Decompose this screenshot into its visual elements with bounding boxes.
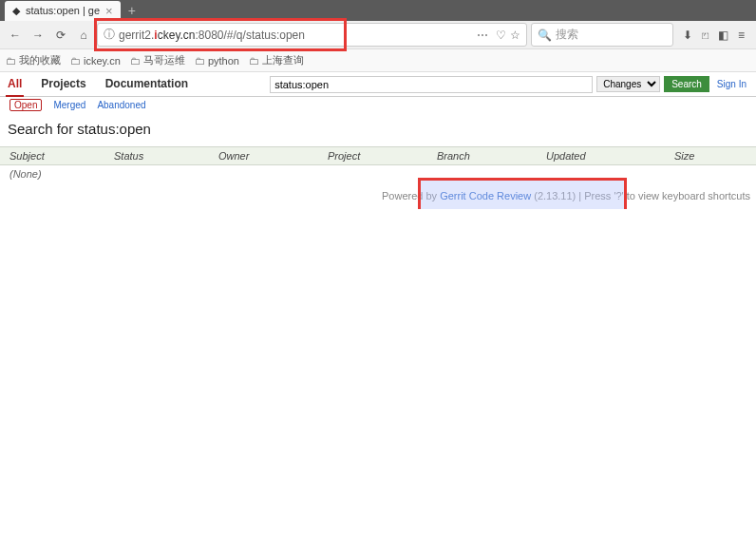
folder-icon: 🗀: [249, 55, 259, 67]
tab-all[interactable]: All: [6, 72, 24, 97]
col-status: Status: [114, 150, 218, 162]
col-size: Size: [674, 150, 756, 162]
gerrit-footer: Powered by Gerrit Code Review (2.13.11) …: [0, 182, 756, 209]
search-title: Search for status:open: [0, 113, 756, 146]
folder-icon: 🗀: [195, 55, 205, 67]
bookmark-item[interactable]: 🗀我的收藏: [6, 53, 61, 67]
sidebar-icon[interactable]: ◧: [718, 29, 728, 42]
browser-search-input[interactable]: 🔍 搜索: [531, 23, 673, 47]
back-button[interactable]: ←: [6, 26, 25, 45]
results-table: Subject Status Owner Project Branch Upda…: [0, 146, 756, 182]
tab-projects[interactable]: Projects: [39, 72, 87, 97]
bookmark-item[interactable]: 🗀ickey.cn: [70, 55, 121, 67]
page-actions-icon[interactable]: ⋯: [473, 29, 492, 42]
subtab-open[interactable]: Open: [9, 99, 42, 111]
home-button[interactable]: ⌂: [74, 26, 93, 45]
url-host: ckey.cn: [158, 29, 196, 42]
gerrit-header: All Projects Documentation Changes Searc…: [0, 72, 756, 97]
none-cell: (None): [0, 168, 114, 180]
col-owner: Owner: [218, 150, 328, 162]
table-header: Subject Status Owner Project Branch Upda…: [0, 146, 756, 165]
folder-icon: 🗀: [6, 55, 16, 67]
reload-button[interactable]: ⟳: [51, 26, 70, 45]
search-placeholder: 搜索: [556, 27, 578, 43]
new-tab-button[interactable]: +: [121, 3, 143, 18]
search-button[interactable]: Search: [664, 76, 709, 92]
download-icon[interactable]: ⬇: [683, 29, 692, 42]
browser-tab-bar: ◆ status:open | ge × +: [0, 0, 756, 21]
star-icon[interactable]: ☆: [510, 29, 520, 42]
folder-icon: 🗀: [70, 55, 81, 67]
close-icon[interactable]: ×: [105, 4, 113, 18]
col-subject: Subject: [0, 150, 114, 162]
table-row: (None): [0, 165, 756, 182]
url-path: :8080/#/q/status:open: [196, 29, 305, 42]
tab-favicon: ◆: [12, 5, 20, 17]
bookmark-bar: 🗀我的收藏 🗀ickey.cn 🗀马哥运维 🗀python 🗀上海查询: [0, 49, 756, 72]
footer-highlight-annotation: [418, 178, 627, 209]
menu-icon[interactable]: ≡: [738, 29, 745, 42]
url-bar[interactable]: ⓘ gerrit2.ickey.cn:8080/#/q/status:open …: [97, 23, 527, 47]
tab-documentation[interactable]: Documentation: [104, 72, 190, 97]
col-updated: Updated: [546, 150, 674, 162]
search-icon: 🔍: [538, 29, 552, 42]
tab-title: status:open | ge: [26, 5, 100, 16]
bookmark-item[interactable]: 🗀上海查询: [249, 53, 304, 67]
subtab-merged[interactable]: Merged: [53, 99, 85, 111]
col-project: Project: [328, 150, 437, 162]
nav-bar: ← → ⟳ ⌂ ⓘ gerrit2.ickey.cn:8080/#/q/stat…: [0, 21, 756, 49]
library-icon[interactable]: ⏍: [702, 29, 709, 42]
bookmark-item[interactable]: 🗀python: [195, 55, 239, 67]
info-icon[interactable]: ⓘ: [104, 27, 115, 43]
url-prefix: gerrit2.: [119, 29, 154, 42]
subtab-abandoned[interactable]: Abandoned: [97, 99, 145, 111]
shield-icon[interactable]: ♡: [496, 29, 506, 42]
browser-tab[interactable]: ◆ status:open | ge ×: [5, 1, 121, 21]
changes-dropdown[interactable]: Changes: [596, 76, 660, 92]
folder-icon: 🗀: [130, 55, 141, 67]
bookmark-item[interactable]: 🗀马哥运维: [130, 53, 185, 67]
gerrit-search-input[interactable]: [270, 76, 593, 93]
forward-button[interactable]: →: [28, 26, 47, 45]
signin-link[interactable]: Sign In: [713, 79, 750, 89]
col-branch: Branch: [437, 150, 546, 162]
gerrit-subtabs: Open Merged Abandoned: [0, 97, 756, 113]
